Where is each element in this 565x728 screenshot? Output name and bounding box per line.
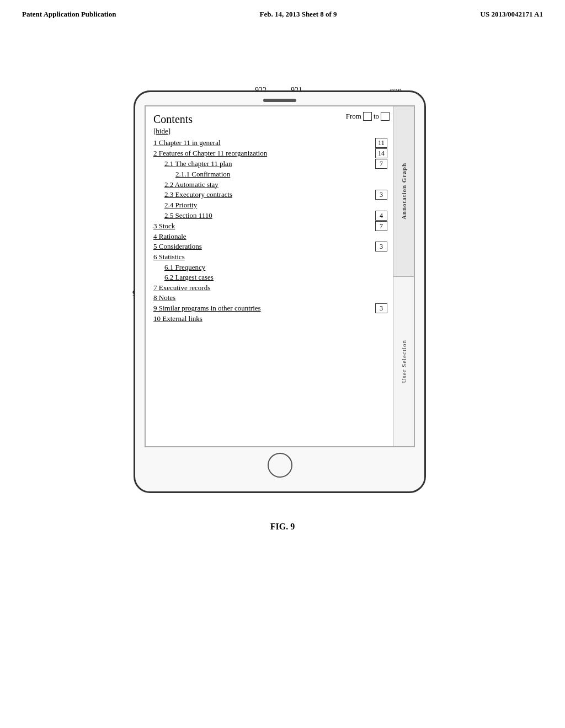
user-selection[interactable]: User Selection — [393, 277, 414, 447]
toc-item-22[interactable]: 2.2 Automatic stay — [153, 180, 387, 190]
toc-text-1: 1 Chapter 11 in general — [153, 138, 375, 148]
main-content: 920 921 922 910 ↙ From to — [0, 24, 565, 554]
toc-num-2: 14 — [375, 148, 387, 158]
from-label: From — [346, 112, 361, 121]
toc-item-1[interactable]: 1 Chapter 11 in general 11 — [153, 138, 387, 148]
tablet-screen: From to Contents [hide] 1 Chapter 11 in … — [145, 105, 415, 447]
header-right: US 2013/0042171 A1 — [481, 10, 543, 19]
tablet-speaker — [263, 99, 296, 102]
toc-text-9: 9 Similar programs in other countries — [153, 303, 375, 313]
toc-text-61: 6.1 Frequency — [164, 263, 375, 272]
toc-item-25[interactable]: 2.5 Section 1110 4 — [153, 211, 387, 221]
toc-text-21: 2.1 The chapter 11 plan — [164, 159, 375, 169]
annotation-graph[interactable]: Annotation Graph — [393, 106, 414, 277]
toc-text-24: 2.4 Priority — [164, 200, 375, 210]
toc-item-4[interactable]: 4 Rationale — [153, 232, 387, 242]
from-box[interactable] — [363, 112, 372, 121]
patent-header: Patent Application Publication Feb. 14, … — [0, 0, 565, 24]
toc-text-62: 6.2 Largest cases — [164, 272, 375, 282]
toc-item-5[interactable]: 5 Considerations 3 — [153, 242, 387, 251]
toc-item-7[interactable]: 7 Executive records — [153, 283, 387, 293]
toc-text-4: 4 Rationale — [153, 232, 375, 242]
right-panel: Annotation Graph User Selection — [393, 106, 414, 446]
toc-num-21: 7 — [375, 159, 387, 169]
toc-item-23[interactable]: 2.3 Executory contracts 3 — [153, 190, 387, 200]
toc-num-5: 3 — [375, 242, 387, 251]
toc-item-211[interactable]: 2.1.1 Confirmation — [153, 169, 387, 179]
toc-num-3: 7 — [375, 221, 387, 231]
toc-text-2: 2 Features of Chapter 11 reorganization — [153, 148, 375, 158]
toc-item-62[interactable]: 6.2 Largest cases — [153, 272, 387, 282]
toc-item-10[interactable]: 10 External links — [153, 314, 387, 324]
user-selection-label: User Selection — [401, 340, 407, 383]
toc-item-2[interactable]: 2 Features of Chapter 11 reorganization … — [153, 148, 387, 158]
toc-item-21[interactable]: 2.1 The chapter 11 plan 7 — [153, 159, 387, 169]
header-center: Feb. 14, 2013 Sheet 8 of 9 — [259, 10, 337, 19]
toc-num-1: 11 — [375, 138, 387, 148]
toc-text-6: 6 Statistics — [153, 252, 375, 262]
from-to-area: From to — [346, 112, 390, 121]
header-left: Patent Application Publication — [22, 10, 116, 19]
figure-label: FIG. 9 — [270, 522, 295, 532]
annotation-graph-label: Annotation Graph — [401, 163, 407, 220]
hide-link[interactable]: [hide] — [153, 127, 387, 136]
home-button[interactable] — [268, 453, 292, 478]
toc-item-9[interactable]: 9 Similar programs in other countries 3 — [153, 303, 387, 313]
to-label: to — [374, 112, 379, 121]
contents-panel: Contents [hide] 1 Chapter 11 in general … — [146, 106, 393, 446]
tablet-device: From to Contents [hide] 1 Chapter 11 in … — [134, 90, 426, 493]
toc-text-10: 10 External links — [153, 314, 375, 324]
toc-text-23: 2.3 Executory contracts — [164, 190, 375, 200]
toc-item-8[interactable]: 8 Notes — [153, 293, 387, 303]
toc-text-25: 2.5 Section 1110 — [164, 211, 375, 221]
diagram-container: 920 921 922 910 ↙ From to — [89, 57, 476, 554]
toc-text-211: 2.1.1 Confirmation — [175, 169, 375, 179]
to-box[interactable] — [381, 112, 390, 121]
toc-text-22: 2.2 Automatic stay — [164, 180, 375, 190]
toc-num-9: 3 — [375, 303, 387, 313]
toc-num-25: 4 — [375, 211, 387, 221]
toc-text-7: 7 Executive records — [153, 283, 375, 293]
toc-item-24[interactable]: 2.4 Priority — [153, 200, 387, 210]
toc-item-3[interactable]: 3 Stock 7 — [153, 221, 387, 231]
tablet-top-bar — [135, 92, 424, 105]
toc-text-3: 3 Stock — [153, 221, 375, 231]
toc-item-61[interactable]: 6.1 Frequency — [153, 263, 387, 272]
toc-text-8: 8 Notes — [153, 293, 375, 303]
toc-num-23: 3 — [375, 190, 387, 200]
toc-text-5: 5 Considerations — [153, 242, 375, 251]
toc-item-6[interactable]: 6 Statistics — [153, 252, 387, 262]
